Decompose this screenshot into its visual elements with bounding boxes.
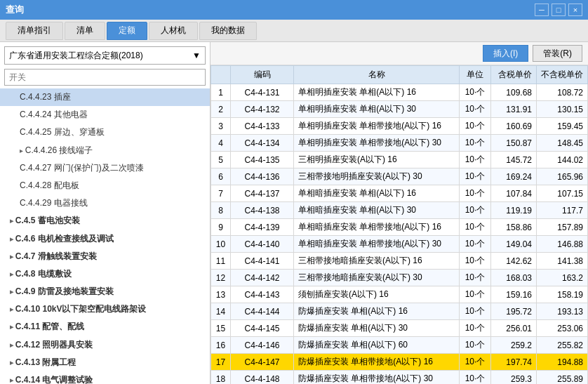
main-container: 清单指引 清单 定额 人材机 我的数据 广东省通用安装工程综合定额(2018) … bbox=[0, 20, 588, 384]
cell-price-tax: 160.69 bbox=[491, 118, 537, 135]
minimize-button[interactable]: ─ bbox=[535, 4, 549, 16]
cell-no: 10 bbox=[211, 236, 231, 253]
tree-item-8[interactable]: C.4.5 蓄电池安装 bbox=[0, 212, 210, 230]
tree-item-12[interactable]: C.4.9 防雷及接地装置安装 bbox=[0, 283, 210, 300]
tree-item-16[interactable]: C.4.13 附属工程 bbox=[0, 354, 210, 371]
tree-item-6[interactable]: C.4.4.28 配电板 bbox=[0, 177, 210, 194]
cell-price-tax: 159.16 bbox=[491, 286, 537, 303]
table-row[interactable]: 10C4-4-140单相暗插座安装 单相带接地(A以下) 3010·个149.0… bbox=[211, 236, 588, 253]
cell-code: C4-4-136 bbox=[231, 168, 294, 185]
cell-price-notax: 107.15 bbox=[537, 185, 588, 202]
cell-code: C4-4-147 bbox=[231, 354, 294, 371]
cell-price-notax: 194.88 bbox=[537, 354, 588, 371]
cell-name: 三相带接地暗插座安装(A以下) 16 bbox=[294, 253, 460, 270]
cell-price-tax: 169.24 bbox=[491, 168, 537, 185]
cell-no: 18 bbox=[211, 371, 231, 385]
table-row[interactable]: 16C4-4-146防爆插座安装 单相(A以下) 6010·个259.2255.… bbox=[211, 337, 588, 354]
tree-item-10[interactable]: C.4.7 滑触线装置安装 bbox=[0, 248, 210, 265]
cell-name: 单相暗插座安装 单相(A以下) 16 bbox=[294, 185, 460, 202]
cell-price-notax: 108.72 bbox=[537, 84, 588, 101]
cell-name: 须刨插座安装(A以下) 16 bbox=[294, 286, 460, 303]
tree-item-14[interactable]: C.4.11 配管、配线 bbox=[0, 318, 210, 336]
cell-code: C4-4-142 bbox=[231, 270, 294, 286]
cell-name: 防爆插座安装 单相带接地(A以下) 30 bbox=[294, 371, 460, 385]
table-row[interactable]: 6C4-4-136三相带接地明插座安装(A以下) 3010·个169.24165… bbox=[211, 168, 588, 185]
action-bar: 插入(I) 管装(R) bbox=[211, 42, 588, 65]
cell-code: C4-4-138 bbox=[231, 202, 294, 219]
table-row[interactable]: 9C4-4-139单相暗插座安装 单相带接地(A以下) 1610·个158.86… bbox=[211, 219, 588, 236]
cell-code: C4-4-140 bbox=[231, 236, 294, 253]
cell-no: 8 bbox=[211, 202, 231, 219]
cell-price-notax: 157.89 bbox=[537, 219, 588, 236]
tree-item-11[interactable]: C.4.8 电缆敷设 bbox=[0, 265, 210, 283]
cell-name: 防爆插座安装 单相(A以下) 30 bbox=[294, 320, 460, 337]
cell-no: 1 bbox=[211, 84, 231, 101]
cell-price-tax: 150.87 bbox=[491, 135, 537, 152]
tree-item-4[interactable]: C.4.4.26 接线端子 bbox=[0, 142, 210, 159]
cell-unit: 10·个 bbox=[460, 152, 491, 168]
table-wrapper: 编码 名称 单位 含税单价 不含税单价 1C4-4-131单相明插座安装 单相(… bbox=[211, 65, 588, 384]
cell-no: 15 bbox=[211, 320, 231, 337]
cell-no: 7 bbox=[211, 185, 231, 202]
table-row[interactable]: 11C4-4-141三相带接地暗插座安装(A以下) 1610·个142.6214… bbox=[211, 253, 588, 270]
col-header-name: 名称 bbox=[294, 66, 460, 84]
table-row[interactable]: 2C4-4-132单相明插座安装 单相(A以下) 3010·个131.91130… bbox=[211, 101, 588, 118]
tree-item-15[interactable]: C.4.12 照明器具安装 bbox=[0, 336, 210, 354]
cell-price-notax: 144.02 bbox=[537, 152, 588, 168]
maximize-button[interactable]: □ bbox=[552, 4, 566, 16]
quota-dropdown[interactable]: 广东省通用安装工程综合定额(2018) ▼ bbox=[4, 46, 206, 65]
cell-price-tax: 158.86 bbox=[491, 219, 537, 236]
cell-unit: 10·个 bbox=[460, 118, 491, 135]
cell-code: C4-4-132 bbox=[231, 101, 294, 118]
table-row[interactable]: 8C4-4-138单相暗插座安装 单相(A以下) 3010·个119.19117… bbox=[211, 202, 588, 219]
cell-unit: 10·个 bbox=[460, 371, 491, 385]
tree-item-5[interactable]: C.4.4.27 网门(保护门)及二次喷漆 bbox=[0, 159, 210, 177]
cell-no: 3 bbox=[211, 118, 231, 135]
tree-item-2[interactable]: C.4.4.24 其他电器 bbox=[0, 106, 210, 124]
tab-mydata[interactable]: 我的数据 bbox=[199, 22, 257, 40]
cell-code: C4-4-145 bbox=[231, 320, 294, 337]
cell-unit: 10·个 bbox=[460, 236, 491, 253]
tree-item-3[interactable]: C.4.4.25 屏边、穿通板 bbox=[0, 124, 210, 141]
tab-qingdan-zhiyin[interactable]: 清单指引 bbox=[6, 22, 63, 40]
search-input[interactable] bbox=[4, 69, 206, 86]
table-row[interactable]: 17C4-4-147防爆插座安装 单相带接地(A以下) 1610·个197.74… bbox=[211, 354, 588, 371]
cell-price-notax: 148.45 bbox=[537, 135, 588, 152]
table-row[interactable]: 14C4-4-144防爆插座安装 单相(A以下) 1610·个195.72193… bbox=[211, 303, 588, 320]
cell-code: C4-4-131 bbox=[231, 84, 294, 101]
cell-code: C4-4-143 bbox=[231, 286, 294, 303]
tree-item-17[interactable]: C.4.14 电气调整试验 bbox=[0, 371, 210, 384]
manage-button[interactable]: 管装(R) bbox=[533, 45, 582, 62]
tab-qingdan[interactable]: 清单 bbox=[65, 22, 105, 40]
app-title: 查询 bbox=[6, 4, 24, 16]
tree-item-13[interactable]: C.4.10 10kV以下架空配电线路架设 bbox=[0, 300, 210, 318]
cell-name: 防爆插座安装 单相(A以下) 60 bbox=[294, 337, 460, 354]
cell-unit: 10·个 bbox=[460, 219, 491, 236]
table-row[interactable]: 15C4-4-145防爆插座安装 单相(A以下) 3010·个256.01253… bbox=[211, 320, 588, 337]
tab-rencaiji[interactable]: 人材机 bbox=[149, 22, 198, 40]
table-row[interactable]: 13C4-4-143须刨插座安装(A以下) 1610·个159.16158.19 bbox=[211, 286, 588, 303]
table-row[interactable]: 18C4-4-148防爆插座安装 单相带接地(A以下) 3010·个259.32… bbox=[211, 371, 588, 385]
tree-item-7[interactable]: C.4.4.29 电器接线 bbox=[0, 194, 210, 212]
window-controls: ─ □ × bbox=[535, 4, 582, 16]
table-row[interactable]: 7C4-4-137单相暗插座安装 单相(A以下) 1610·个107.84107… bbox=[211, 185, 588, 202]
tree-item-9[interactable]: C.4.6 电机检查接线及调试 bbox=[0, 230, 210, 248]
table-row[interactable]: 5C4-4-135三相明插座安装(A以下) 1610·个145.72144.02 bbox=[211, 152, 588, 168]
insert-button[interactable]: 插入(I) bbox=[483, 45, 528, 62]
table-row[interactable]: 4C4-4-134单相明插座安装 单相带接地(A以下) 3010·个150.87… bbox=[211, 135, 588, 152]
cell-no: 5 bbox=[211, 152, 231, 168]
left-panel: 广东省通用安装工程综合定额(2018) ▼ C.4.4.23 插座C.4.4.2… bbox=[0, 42, 211, 384]
tree-item-1[interactable]: C.4.4.23 插座 bbox=[0, 88, 210, 106]
close-button[interactable]: × bbox=[568, 4, 582, 16]
cell-code: C4-4-144 bbox=[231, 303, 294, 320]
cell-unit: 10·个 bbox=[460, 168, 491, 185]
table-row[interactable]: 1C4-4-131单相明插座安装 单相(A以下) 1610·个109.68108… bbox=[211, 84, 588, 101]
tab-dinee[interactable]: 定额 bbox=[107, 22, 147, 40]
cell-price-notax: 193.13 bbox=[537, 303, 588, 320]
cell-name: 单相暗插座安装 单相(A以下) 30 bbox=[294, 202, 460, 219]
table-row[interactable]: 12C4-4-142三相带接地暗插座安装(A以下) 3010·个168.0316… bbox=[211, 270, 588, 286]
cell-unit: 10·个 bbox=[460, 303, 491, 320]
cell-code: C4-4-148 bbox=[231, 371, 294, 385]
table-row[interactable]: 3C4-4-133单相明插座安装 单相带接地(A以下) 1610·个160.69… bbox=[211, 118, 588, 135]
cell-price-notax: 158.19 bbox=[537, 286, 588, 303]
